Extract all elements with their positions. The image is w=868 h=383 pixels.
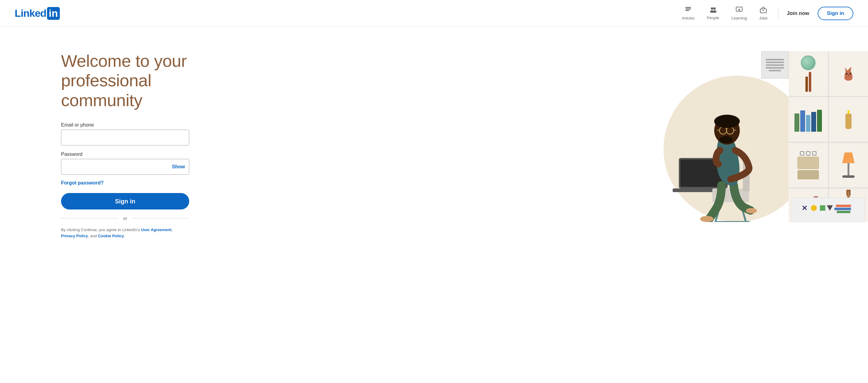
email-label: Email or phone — [61, 122, 189, 128]
sign-in-main-button[interactable]: Sign in — [61, 193, 189, 209]
legal-and: , and — [88, 234, 98, 238]
right-section — [232, 45, 868, 222]
svg-rect-46 — [837, 211, 850, 213]
password-input[interactable] — [61, 159, 189, 175]
illustration — [648, 51, 868, 222]
show-password-button[interactable]: Show — [172, 164, 185, 170]
main-content: Welcome to your professional community E… — [0, 27, 868, 383]
nav-learning[interactable]: Learning — [726, 4, 753, 23]
nav-jobs[interactable]: Jobs — [753, 4, 773, 23]
nav-jobs-label: Jobs — [759, 16, 767, 21]
left-section: Welcome to your professional community E… — [0, 45, 232, 239]
nav-people[interactable]: People — [701, 4, 724, 23]
bookshelf — [789, 51, 868, 222]
shelf-cell-lamp — [829, 143, 868, 187]
legal-text: By clicking Continue, you agree to Linke… — [61, 227, 189, 239]
cookie-policy-link[interactable]: Cookie Policy — [98, 234, 124, 238]
password-wrapper: Show — [61, 159, 189, 175]
shelf-cell-candle — [829, 97, 868, 142]
shelf-cell-books-green — [789, 97, 828, 142]
nav-divider — [778, 8, 778, 19]
or-divider: or — [61, 216, 189, 221]
logo-in: in — [47, 7, 60, 20]
main-nav: Articles People Learning Jobs Join now S… — [676, 4, 854, 23]
password-label: Password — [61, 151, 189, 157]
privacy-policy-link[interactable]: Privacy Policy — [61, 234, 88, 238]
svg-point-28 — [719, 136, 733, 143]
legal-comma: , — [172, 228, 173, 232]
legal-prefix: By clicking Continue, you agree to Linke… — [61, 228, 141, 232]
nav-people-label: People — [707, 15, 719, 20]
cat-icon — [840, 65, 857, 82]
svg-rect-42 — [820, 205, 825, 211]
logo-linked: Linked — [14, 7, 46, 19]
shapes-card — [792, 198, 865, 222]
join-now-button[interactable]: Join now — [783, 8, 813, 19]
header: Linkedin Articles People Learning Jobs — [0, 0, 868, 27]
svg-rect-2 — [685, 10, 689, 11]
svg-rect-1 — [685, 8, 691, 9]
shelf-cell-boxes — [789, 143, 828, 187]
articles-icon — [685, 6, 692, 14]
sign-in-header-button[interactable]: Sign in — [818, 7, 854, 20]
svg-point-20 — [746, 208, 757, 213]
svg-point-4 — [713, 7, 716, 10]
svg-rect-44 — [836, 205, 851, 207]
or-text: or — [123, 216, 127, 221]
svg-rect-10 — [763, 10, 764, 11]
svg-point-6 — [712, 10, 717, 13]
shelf-cell-globe — [789, 51, 828, 96]
login-form: Email or phone Password Show Forgot pass… — [61, 122, 189, 239]
globe-icon — [801, 56, 815, 70]
legal-period: . — [124, 234, 125, 238]
user-agreement-link[interactable]: User Agreement — [141, 228, 172, 232]
svg-rect-0 — [685, 7, 691, 8]
nav-actions: Join now Sign in — [783, 7, 854, 20]
svg-point-27 — [714, 115, 740, 128]
nav-articles[interactable]: Articles — [676, 4, 700, 23]
shapes-icon — [798, 202, 859, 217]
svg-point-3 — [711, 7, 713, 10]
svg-point-41 — [811, 205, 817, 211]
shelf-cell-cat — [829, 51, 868, 96]
paper-line-4 — [766, 67, 784, 69]
person-illustration — [660, 70, 776, 222]
forgot-password-link[interactable]: Forgot password? — [61, 180, 104, 186]
paper-line-2 — [766, 62, 784, 63]
paper-line-3 — [766, 64, 784, 66]
svg-marker-8 — [739, 8, 740, 11]
people-icon — [709, 6, 717, 14]
nav-learning-label: Learning — [732, 16, 747, 21]
nav-articles-label: Articles — [682, 16, 695, 21]
svg-point-29 — [846, 73, 847, 75]
email-input[interactable] — [61, 130, 189, 145]
paper-line-1 — [766, 59, 784, 60]
svg-marker-43 — [827, 205, 833, 211]
svg-point-30 — [850, 73, 851, 75]
headline: Welcome to your professional community — [61, 51, 220, 110]
logo[interactable]: Linkedin — [14, 7, 60, 20]
svg-rect-45 — [834, 208, 851, 210]
jobs-icon — [760, 6, 767, 14]
svg-point-19 — [700, 216, 714, 222]
learning-icon — [736, 6, 743, 14]
